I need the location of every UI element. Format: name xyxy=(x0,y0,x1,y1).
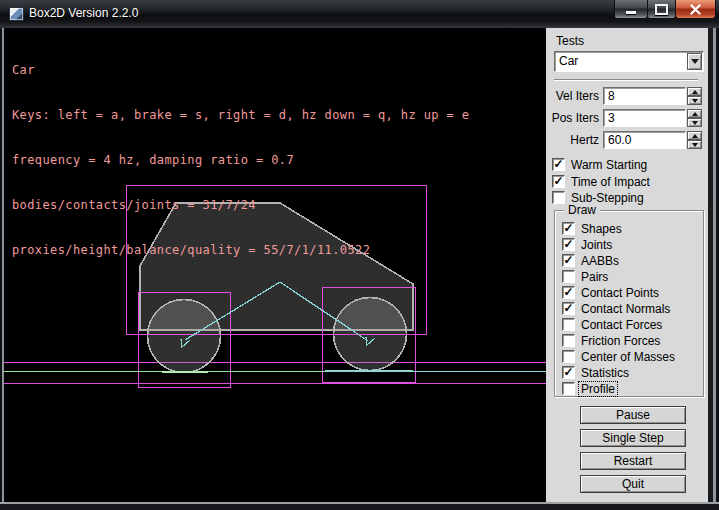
draw-group-label: Draw xyxy=(564,203,600,217)
test-title-text: Car xyxy=(12,63,469,78)
checkbox-contact-normals[interactable]: ✓ Contact Normals xyxy=(562,302,670,315)
maximize-icon xyxy=(655,4,668,15)
arrow-up-icon xyxy=(692,90,698,94)
checkbox-box[interactable] xyxy=(562,382,575,395)
arrow-up-icon xyxy=(692,134,698,138)
checkbox-box[interactable]: ✓ xyxy=(562,302,575,315)
window-title: Box2D Version 2.2.0 xyxy=(29,0,138,26)
pos-iters-input[interactable] xyxy=(603,109,686,127)
checkbox-aabbs[interactable]: ✓ AABBs xyxy=(562,254,619,267)
checkbox-contact-points[interactable]: ✓ Contact Points xyxy=(562,286,659,299)
window-border-left xyxy=(0,28,4,502)
checkbox-box[interactable] xyxy=(562,350,575,363)
box2d-testbed-window: Box2D Version 2.2.0 xyxy=(0,0,719,510)
bodies-stats-text: bodies/contacts/joints = 31/7/24 xyxy=(12,198,469,213)
checkbox-box[interactable]: ✓ xyxy=(562,254,575,267)
checkbox-box[interactable] xyxy=(562,334,575,347)
control-panel: Tests Car Vel Iters Pos Iters xyxy=(546,28,708,502)
frequency-text: frequency = 4 hz, damping ratio = 0.7 xyxy=(12,153,469,168)
checkbox-profile[interactable]: Profile xyxy=(562,382,617,395)
minimize-icon xyxy=(626,11,636,14)
checkbox-friction-forces[interactable]: Friction Forces xyxy=(562,334,660,347)
checkbox-box[interactable] xyxy=(562,318,575,331)
quit-button[interactable]: Quit xyxy=(580,475,686,493)
keys-help-text: Keys: left = a, brake = s, right = d, hz… xyxy=(12,108,469,123)
window-border-bottom xyxy=(0,502,719,510)
checkbox-contact-forces[interactable]: Contact Forces xyxy=(562,318,662,331)
pos-iters-up-button[interactable] xyxy=(687,109,702,118)
checkbox-warm-starting[interactable]: ✓ Warm Starting xyxy=(552,158,647,171)
checkbox-center-of-masses[interactable]: Center of Masses xyxy=(562,350,675,363)
pos-iters-down-button[interactable] xyxy=(687,118,702,127)
checkbox-box[interactable]: ✓ xyxy=(552,175,565,188)
hertz-stepper xyxy=(687,131,702,149)
arrow-down-icon xyxy=(692,143,698,147)
tests-label: Tests xyxy=(556,34,584,48)
pos-iters-stepper xyxy=(687,109,702,127)
checkbox-box[interactable] xyxy=(562,270,575,283)
separator xyxy=(554,79,698,81)
checkbox-pairs[interactable]: Pairs xyxy=(562,270,608,283)
hertz-input[interactable] xyxy=(603,131,686,149)
simulation-canvas[interactable]: Car Keys: left = a, brake = s, right = d… xyxy=(4,28,546,502)
checkbox-joints[interactable]: ✓ Joints xyxy=(562,238,612,251)
checkbox-box[interactable]: ✓ xyxy=(552,158,565,171)
window-border-right xyxy=(708,28,719,502)
arrow-up-icon xyxy=(692,112,698,116)
bridge-plank-shape xyxy=(325,370,413,373)
app-icon[interactable] xyxy=(9,7,24,21)
checkbox-box[interactable]: ✓ xyxy=(562,286,575,299)
titlebar[interactable]: Box2D Version 2.2.0 xyxy=(0,0,719,29)
checkbox-time-of-impact[interactable]: ✓ Time of Impact xyxy=(552,175,650,188)
chevron-down-icon xyxy=(691,59,699,64)
arrow-down-icon xyxy=(692,99,698,103)
tests-dropdown[interactable]: Car xyxy=(554,51,704,72)
arrow-down-icon xyxy=(692,121,698,125)
vel-iters-input[interactable] xyxy=(603,87,686,105)
vel-iters-stepper xyxy=(687,87,702,105)
close-button[interactable] xyxy=(675,0,716,19)
left-wheel-shape xyxy=(148,300,221,373)
vel-iters-label: Vel Iters xyxy=(546,89,599,103)
hertz-up-button[interactable] xyxy=(687,131,702,140)
proxies-stats-text: proxies/height/balance/quality = 55/7/1/… xyxy=(12,243,469,258)
checkbox-box[interactable]: ✓ xyxy=(562,366,575,379)
checkbox-box[interactable]: ✓ xyxy=(562,238,575,251)
vel-iters-up-button[interactable] xyxy=(687,87,702,96)
pos-iters-label: Pos Iters xyxy=(546,111,599,125)
hertz-label: Hertz xyxy=(546,133,599,147)
minimize-button[interactable] xyxy=(614,0,648,19)
vel-iters-down-button[interactable] xyxy=(687,96,702,105)
tests-dropdown-arrow-button[interactable] xyxy=(687,53,702,70)
checkbox-shapes[interactable]: ✓ Shapes xyxy=(562,222,622,235)
checkbox-statistics[interactable]: ✓ Statistics xyxy=(562,366,629,379)
pause-button[interactable]: Pause xyxy=(580,406,686,424)
checkbox-box[interactable]: ✓ xyxy=(562,222,575,235)
tests-dropdown-value: Car xyxy=(559,54,578,68)
hertz-down-button[interactable] xyxy=(687,140,702,149)
maximize-button[interactable] xyxy=(647,0,676,19)
restart-button[interactable]: Restart xyxy=(580,452,686,470)
close-icon xyxy=(690,4,701,15)
single-step-button[interactable]: Single Step xyxy=(580,429,686,447)
